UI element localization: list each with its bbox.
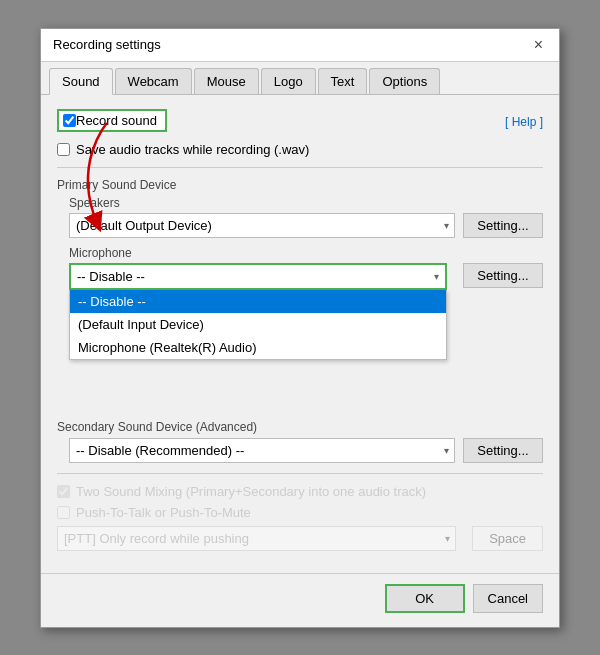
microphone-option-realtek[interactable]: Microphone (Realtek(R) Audio) (70, 336, 446, 359)
push-to-talk-row: Push-To-Talk or Push-To-Mute (57, 505, 543, 520)
microphone-option-disable[interactable]: -- Disable -- (70, 290, 446, 313)
speakers-row: (Default Output Device) ▾ Setting... (69, 213, 543, 238)
save-audio-row: Save audio tracks while recording (.wav) (57, 142, 543, 157)
dialog-footer: OK Cancel (41, 573, 559, 627)
secondary-select-wrap: -- Disable (Recommended) -- ▾ (69, 438, 455, 463)
secondary-sound-label: Secondary Sound Device (Advanced) (57, 420, 543, 434)
secondary-setting-button[interactable]: Setting... (463, 438, 543, 463)
tab-webcam[interactable]: Webcam (115, 68, 192, 94)
microphone-select-wrap: -- Disable -- ▾ -- Disable -- (Default I… (69, 263, 447, 290)
close-button[interactable]: × (530, 37, 547, 53)
help-link[interactable]: [ Help ] (505, 115, 543, 129)
two-sound-mixing-row: Two Sound Mixing (Primary+Secondary into… (57, 484, 543, 499)
tab-options[interactable]: Options (369, 68, 440, 94)
ptt-key-value: Space (472, 526, 543, 551)
two-sound-mixing-checkbox[interactable] (57, 485, 70, 498)
secondary-select[interactable]: -- Disable (Recommended) -- (69, 438, 455, 463)
dialog-title: Recording settings (53, 37, 161, 52)
cancel-button[interactable]: Cancel (473, 584, 543, 613)
microphone-select-display[interactable]: -- Disable -- ▾ (69, 263, 447, 290)
microphone-option-default-input[interactable]: (Default Input Device) (70, 313, 446, 336)
secondary-row: -- Disable (Recommended) -- ▾ Setting... (69, 438, 543, 463)
primary-sound-section: Speakers (Default Output Device) ▾ Setti… (69, 196, 543, 290)
two-sound-mixing-label: Two Sound Mixing (Primary+Secondary into… (76, 484, 426, 499)
ok-button[interactable]: OK (385, 584, 465, 613)
secondary-sound-section: -- Disable (Recommended) -- ▾ Setting... (69, 438, 543, 463)
ptt-select-wrap: [PTT] Only record while pushing ▾ (57, 526, 456, 551)
red-arrow-icon (67, 113, 127, 233)
tabs-bar: Sound Webcam Mouse Logo Text Options (41, 62, 559, 95)
ptt-row: [PTT] Only record while pushing ▾ Space (57, 526, 543, 551)
microphone-dropdown-arrow: ▾ (434, 271, 439, 282)
dialog: Recording settings × Sound Webcam Mouse … (40, 28, 560, 628)
tab-text[interactable]: Text (318, 68, 368, 94)
push-to-talk-checkbox[interactable] (57, 506, 70, 519)
tab-logo[interactable]: Logo (261, 68, 316, 94)
push-to-talk-label: Push-To-Talk or Push-To-Mute (76, 505, 251, 520)
microphone-row: -- Disable -- ▾ -- Disable -- (Default I… (69, 263, 543, 290)
primary-sound-label: Primary Sound Device (57, 178, 543, 192)
microphone-dropdown-list: -- Disable -- (Default Input Device) Mic… (69, 290, 447, 360)
record-sound-row: Record sound [ Help ] (57, 109, 543, 136)
tab-sound[interactable]: Sound (49, 68, 113, 95)
speakers-setting-button[interactable]: Setting... (463, 213, 543, 238)
tab-content: Record sound [ Help ] Save audio tracks … (41, 95, 559, 573)
microphone-selected-value: -- Disable -- (77, 269, 145, 284)
ptt-select[interactable]: [PTT] Only record while pushing (57, 526, 456, 551)
microphone-setting-button[interactable]: Setting... (463, 263, 543, 288)
speakers-label: Speakers (69, 196, 543, 210)
microphone-label: Microphone (69, 246, 543, 260)
tab-mouse[interactable]: Mouse (194, 68, 259, 94)
title-bar: Recording settings × (41, 29, 559, 62)
